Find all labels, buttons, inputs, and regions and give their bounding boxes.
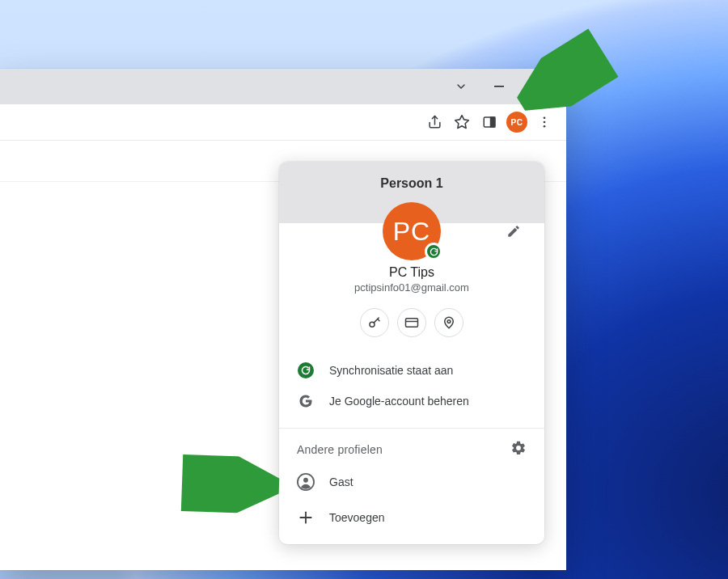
sync-status-item[interactable]: Synchronisatie staat aan	[279, 355, 544, 386]
person-circle-icon	[297, 473, 315, 491]
chrome-menu-button[interactable]	[531, 108, 558, 136]
svg-marker-3	[455, 116, 469, 129]
pencil-icon	[506, 224, 521, 239]
sync-status-icon-wrap	[297, 361, 315, 379]
guest-profile-label: Gast	[329, 475, 353, 488]
svg-point-8	[544, 125, 546, 128]
bookmark-button[interactable]	[448, 108, 476, 136]
other-profiles-section: Andere profielen Gast Toevoegen	[279, 429, 544, 544]
svg-point-7	[544, 121, 546, 124]
profile-header: Persoon 1 PC	[279, 162, 544, 223]
svg-point-14	[303, 478, 308, 483]
star-icon	[454, 114, 470, 130]
plus-icon	[298, 509, 314, 526]
side-panel-icon	[482, 115, 497, 129]
svg-rect-0	[494, 86, 504, 87]
profile-email: pctipsinfo01@gmail.com	[279, 281, 544, 294]
guest-profile-icon-wrap	[297, 473, 315, 491]
profile-display-name: PC Tips	[279, 265, 544, 280]
sync-icon	[301, 366, 311, 375]
toolbar: PC	[0, 104, 566, 140]
side-panel-button[interactable]	[476, 108, 503, 136]
three-dots-icon	[537, 115, 552, 129]
profile-title: Persoon 1	[289, 176, 535, 191]
svg-rect-5	[491, 117, 495, 127]
share-icon	[427, 115, 442, 130]
svg-point-6	[544, 116, 546, 119]
add-profile-label: Toevoegen	[329, 511, 385, 524]
other-profiles-header: Andere profielen	[297, 440, 527, 459]
maximize-button[interactable]	[518, 73, 555, 100]
manage-google-account-item[interactable]: Je Google-account beheren	[279, 386, 544, 416]
profile-avatar-large: PC	[383, 202, 441, 260]
tab-strip	[0, 69, 566, 104]
add-profile-icon-wrap	[297, 509, 315, 526]
addresses-button[interactable]	[434, 308, 463, 337]
google-logo-icon	[298, 394, 313, 408]
credit-card-icon	[404, 315, 419, 330]
passwords-button[interactable]	[360, 308, 389, 337]
gear-icon	[510, 440, 527, 456]
sync-icon	[430, 247, 438, 256]
other-profiles-title: Andere profielen	[297, 443, 383, 456]
profile-quick-actions	[279, 308, 544, 337]
manage-profiles-button[interactable]	[510, 440, 527, 459]
profile-popover: Persoon 1 PC PC Tips pctipsinfo01@gmail.…	[279, 162, 544, 544]
edit-profile-button[interactable]	[501, 218, 527, 244]
chevron-down-icon	[455, 80, 468, 93]
profile-avatar-initials: PC	[393, 217, 430, 247]
svg-rect-1	[532, 82, 540, 91]
manage-google-account-label: Je Google-account beheren	[329, 395, 469, 408]
window-controls	[480, 73, 555, 100]
minimize-icon	[494, 82, 504, 91]
svg-rect-10	[406, 319, 418, 328]
profile-avatar-button[interactable]: PC	[506, 112, 527, 133]
maximize-icon	[531, 82, 541, 91]
guest-profile-item[interactable]: Gast	[297, 467, 527, 497]
sync-badge	[425, 243, 442, 260]
minimize-button[interactable]	[480, 73, 518, 100]
payment-methods-button[interactable]	[397, 308, 426, 337]
key-icon	[367, 315, 382, 330]
tab-overflow-chevron[interactable]	[447, 73, 476, 100]
svg-point-12	[447, 320, 451, 323]
share-button[interactable]	[421, 108, 448, 136]
sync-status-label: Synchronisatie staat aan	[329, 364, 453, 377]
google-logo-icon-wrap	[297, 392, 315, 410]
profile-menu: Synchronisatie staat aan Je Google-accou…	[279, 353, 544, 428]
location-pin-icon	[442, 315, 456, 330]
sync-status-dot	[298, 362, 314, 378]
add-profile-item[interactable]: Toevoegen	[297, 502, 527, 533]
